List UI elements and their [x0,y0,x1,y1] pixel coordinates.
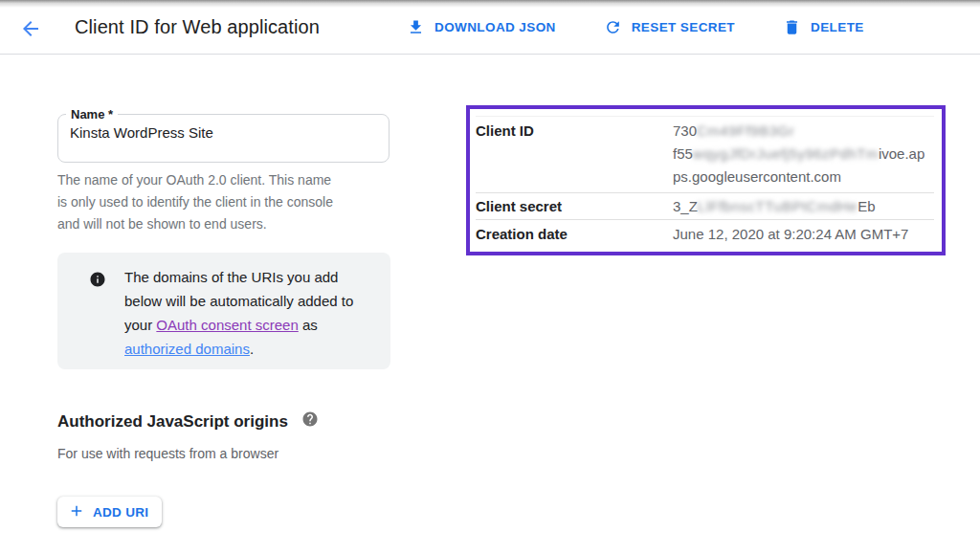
delete-button[interactable]: DELETE [783,18,864,36]
authorized-js-origins-heading: Authorized JavaScript origins [57,410,319,432]
info-note-text: The domains of the URIs you add below wi… [124,265,356,361]
delete-label: DELETE [811,20,864,34]
page-title: Client ID for Web application [75,16,320,38]
add-uri-button[interactable]: ADD URI [57,497,162,527]
client-id-line1: 730Cm49Ff9B3Gr [673,120,924,143]
info-note-part3: . [250,341,254,357]
name-helper-line: The name of your OAuth 2.0 client. This … [57,169,412,191]
oauth-consent-screen-link[interactable]: OAuth consent screen [156,317,298,333]
page-header: Client ID for Web application DOWNLOAD J… [0,0,980,55]
reset-secret-button[interactable]: RESET SECRET [604,18,735,36]
creation-date-row: Creation date June 12, 2020 at 9:20:24 A… [476,220,934,248]
client-secret-value: 3_ZLlFfbnscTTuBPtCmdHeEb [673,198,876,214]
client-id-row: Client ID 730Cm49Ff9B3Gr f55wqygJfDrJuef… [476,116,934,193]
creation-date-value: June 12, 2020 at 9:20:24 AM GMT+7 [673,226,908,242]
info-note: The domains of the URIs you add below wi… [57,253,390,369]
header-actions: DOWNLOAD JSON RESET SECRET DELETE [407,0,864,55]
add-uri-label: ADD URI [93,505,148,520]
client-secret-row: Client secret 3_ZLlFfbnscTTuBPtCmdHeEb [476,193,934,220]
client-id-label: Client ID [476,120,673,188]
name-field-value: Kinsta WordPress Site [58,122,389,141]
client-id-line2: f55wqygJfDrJuefj5y96zPdhTmivoe.ap [673,143,924,166]
name-helper-line: is only used to identify the client in t… [57,191,412,213]
info-icon [89,271,106,292]
origins-heading-text: Authorized JavaScript origins [57,412,288,432]
plus-icon [68,502,85,522]
info-note-part2: as [299,317,318,333]
redacted-text: LlFfbnscTTuBPtCmdHe [698,198,858,214]
name-helper-line: and will not be shown to end users. [57,213,412,235]
redacted-text: wqygJfDrJuefj5y96zPdhTm [693,145,879,162]
name-field[interactable]: Name * Kinsta WordPress Site [57,107,390,163]
download-json-button[interactable]: DOWNLOAD JSON [407,18,556,36]
redacted-text: Cm49Ff9B3Gr [697,122,794,139]
reset-secret-label: RESET SECRET [632,20,735,34]
name-field-label: Name * [66,107,118,122]
download-icon [407,18,425,36]
help-icon[interactable] [301,410,319,432]
client-id-line3: ps.googleusercontent.com [673,166,924,188]
client-secret-label: Client secret [476,198,673,214]
arrow-left-icon [19,29,42,43]
client-id-value: 730Cm49Ff9B3Gr f55wqygJfDrJuefj5y96zPdhT… [673,120,924,188]
top-edge-shadow [0,0,980,8]
client-details-panel: Client ID 730Cm49Ff9B3Gr f55wqygJfDrJuef… [466,105,946,255]
authorized-domains-link[interactable]: authorized domains [124,341,250,357]
origins-subtitle: For use with requests from a browser [57,446,278,461]
creation-date-label: Creation date [476,226,673,242]
trash-icon [783,18,801,36]
back-button[interactable] [17,15,44,42]
name-helper-text: The name of your OAuth 2.0 client. This … [57,169,412,235]
refresh-icon [604,18,622,36]
download-json-label: DOWNLOAD JSON [434,20,556,34]
